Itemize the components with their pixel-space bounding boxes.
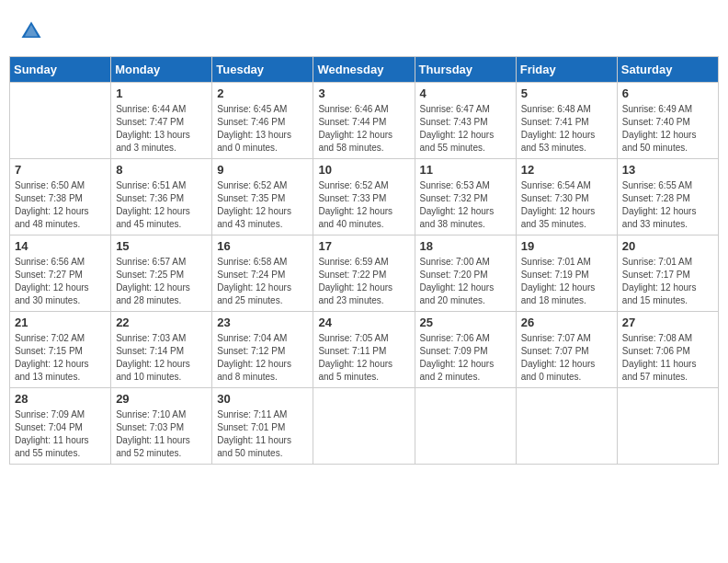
- calendar-cell: 13Sunrise: 6:55 AM Sunset: 7:28 PM Dayli…: [617, 159, 718, 236]
- calendar-cell: 3Sunrise: 6:46 AM Sunset: 7:44 PM Daylig…: [313, 83, 415, 159]
- day-number: 16: [217, 239, 308, 253]
- day-of-week-header: Sunday: [10, 57, 111, 83]
- calendar-cell: 1Sunrise: 6:44 AM Sunset: 7:47 PM Daylig…: [111, 83, 212, 159]
- day-info: Sunrise: 7:00 AM Sunset: 7:20 PM Dayligh…: [420, 256, 511, 307]
- day-of-week-header: Saturday: [617, 57, 718, 83]
- calendar-week-row: 7Sunrise: 6:50 AM Sunset: 7:38 PM Daylig…: [10, 159, 719, 236]
- day-info: Sunrise: 6:52 AM Sunset: 7:33 PM Dayligh…: [318, 179, 409, 231]
- calendar-cell: 30Sunrise: 7:11 AM Sunset: 7:01 PM Dayli…: [212, 388, 313, 465]
- calendar-cell: 28Sunrise: 7:09 AM Sunset: 7:04 PM Dayli…: [10, 388, 111, 465]
- calendar-cell: 26Sunrise: 7:07 AM Sunset: 7:07 PM Dayli…: [516, 312, 617, 388]
- calendar-cell: 16Sunrise: 6:58 AM Sunset: 7:24 PM Dayli…: [212, 236, 313, 312]
- day-info: Sunrise: 6:57 AM Sunset: 7:25 PM Dayligh…: [116, 256, 207, 307]
- day-of-week-header: Thursday: [415, 57, 516, 83]
- day-number: 10: [318, 163, 409, 177]
- day-of-week-header: Monday: [111, 57, 212, 83]
- calendar-cell: 9Sunrise: 6:52 AM Sunset: 7:35 PM Daylig…: [212, 159, 313, 236]
- calendar-cell: 10Sunrise: 6:52 AM Sunset: 7:33 PM Dayli…: [313, 159, 415, 236]
- day-info: Sunrise: 6:52 AM Sunset: 7:35 PM Dayligh…: [217, 179, 308, 231]
- calendar-cell: 8Sunrise: 6:51 AM Sunset: 7:36 PM Daylig…: [111, 159, 212, 236]
- day-info: Sunrise: 7:03 AM Sunset: 7:14 PM Dayligh…: [116, 332, 207, 384]
- day-info: Sunrise: 7:01 AM Sunset: 7:17 PM Dayligh…: [622, 256, 713, 307]
- day-info: Sunrise: 6:58 AM Sunset: 7:24 PM Dayligh…: [217, 256, 308, 307]
- logo-icon: [18, 18, 44, 44]
- calendar-cell: 6Sunrise: 6:49 AM Sunset: 7:40 PM Daylig…: [617, 83, 718, 159]
- day-info: Sunrise: 6:50 AM Sunset: 7:38 PM Dayligh…: [15, 179, 106, 231]
- day-info: Sunrise: 6:49 AM Sunset: 7:40 PM Dayligh…: [622, 103, 713, 155]
- calendar-table: SundayMondayTuesdayWednesdayThursdayFrid…: [9, 56, 719, 465]
- day-number: 25: [420, 316, 511, 329]
- day-of-week-header: Friday: [516, 57, 617, 83]
- day-number: 28: [15, 392, 106, 406]
- day-number: 24: [318, 316, 409, 329]
- day-number: 17: [318, 239, 409, 253]
- day-number: 14: [15, 239, 106, 253]
- calendar-header-row: SundayMondayTuesdayWednesdayThursdayFrid…: [10, 57, 719, 83]
- day-info: Sunrise: 7:08 AM Sunset: 7:06 PM Dayligh…: [622, 332, 713, 384]
- day-number: 20: [622, 239, 713, 253]
- day-of-week-header: Tuesday: [212, 57, 313, 83]
- calendar-cell: 15Sunrise: 6:57 AM Sunset: 7:25 PM Dayli…: [111, 236, 212, 312]
- calendar-cell: 7Sunrise: 6:50 AM Sunset: 7:38 PM Daylig…: [10, 159, 111, 236]
- day-info: Sunrise: 6:54 AM Sunset: 7:30 PM Dayligh…: [521, 179, 612, 231]
- day-info: Sunrise: 6:56 AM Sunset: 7:27 PM Dayligh…: [15, 256, 106, 307]
- day-number: 5: [521, 86, 612, 100]
- day-number: 2: [217, 86, 308, 100]
- day-info: Sunrise: 6:44 AM Sunset: 7:47 PM Dayligh…: [116, 103, 207, 155]
- day-info: Sunrise: 7:06 AM Sunset: 7:09 PM Dayligh…: [420, 332, 511, 384]
- day-number: 6: [622, 86, 713, 100]
- day-info: Sunrise: 7:09 AM Sunset: 7:04 PM Dayligh…: [15, 408, 106, 460]
- day-info: Sunrise: 7:01 AM Sunset: 7:19 PM Dayligh…: [521, 256, 612, 307]
- calendar-cell: 4Sunrise: 6:47 AM Sunset: 7:43 PM Daylig…: [415, 83, 516, 159]
- day-info: Sunrise: 6:59 AM Sunset: 7:22 PM Dayligh…: [318, 256, 409, 307]
- day-of-week-header: Wednesday: [313, 57, 415, 83]
- day-number: 9: [217, 163, 308, 177]
- calendar-cell: [415, 388, 516, 465]
- day-info: Sunrise: 6:48 AM Sunset: 7:41 PM Dayligh…: [521, 103, 612, 155]
- calendar-cell: 17Sunrise: 6:59 AM Sunset: 7:22 PM Dayli…: [313, 236, 415, 312]
- day-number: 19: [521, 239, 612, 253]
- day-info: Sunrise: 6:45 AM Sunset: 7:46 PM Dayligh…: [217, 103, 308, 155]
- day-number: 1: [116, 86, 207, 100]
- day-info: Sunrise: 7:02 AM Sunset: 7:15 PM Dayligh…: [15, 332, 106, 384]
- day-number: 11: [420, 163, 511, 177]
- calendar-cell: 22Sunrise: 7:03 AM Sunset: 7:14 PM Dayli…: [111, 312, 212, 388]
- day-number: 13: [622, 163, 713, 177]
- day-number: 29: [116, 392, 207, 406]
- calendar-cell: 29Sunrise: 7:10 AM Sunset: 7:03 PM Dayli…: [111, 388, 212, 465]
- calendar-cell: 18Sunrise: 7:00 AM Sunset: 7:20 PM Dayli…: [415, 236, 516, 312]
- calendar-week-row: 28Sunrise: 7:09 AM Sunset: 7:04 PM Dayli…: [10, 388, 719, 465]
- page-header: [9, 9, 719, 49]
- day-number: 23: [217, 316, 308, 329]
- calendar-cell: 27Sunrise: 7:08 AM Sunset: 7:06 PM Dayli…: [617, 312, 718, 388]
- calendar-cell: 25Sunrise: 7:06 AM Sunset: 7:09 PM Dayli…: [415, 312, 516, 388]
- day-info: Sunrise: 7:10 AM Sunset: 7:03 PM Dayligh…: [116, 408, 207, 460]
- calendar-cell: 14Sunrise: 6:56 AM Sunset: 7:27 PM Dayli…: [10, 236, 111, 312]
- day-number: 27: [622, 316, 713, 329]
- day-number: 21: [15, 316, 106, 329]
- day-number: 30: [217, 392, 308, 406]
- day-info: Sunrise: 6:55 AM Sunset: 7:28 PM Dayligh…: [622, 179, 713, 231]
- day-number: 22: [116, 316, 207, 329]
- calendar-cell: [516, 388, 617, 465]
- day-info: Sunrise: 7:07 AM Sunset: 7:07 PM Dayligh…: [521, 332, 612, 384]
- calendar-cell: 19Sunrise: 7:01 AM Sunset: 7:19 PM Dayli…: [516, 236, 617, 312]
- calendar-cell: 12Sunrise: 6:54 AM Sunset: 7:30 PM Dayli…: [516, 159, 617, 236]
- calendar-cell: 11Sunrise: 6:53 AM Sunset: 7:32 PM Dayli…: [415, 159, 516, 236]
- day-number: 7: [15, 163, 106, 177]
- calendar-week-row: 21Sunrise: 7:02 AM Sunset: 7:15 PM Dayli…: [10, 312, 719, 388]
- calendar-cell: [313, 388, 415, 465]
- day-info: Sunrise: 7:11 AM Sunset: 7:01 PM Dayligh…: [217, 408, 308, 460]
- day-info: Sunrise: 7:04 AM Sunset: 7:12 PM Dayligh…: [217, 332, 308, 384]
- day-number: 8: [116, 163, 207, 177]
- calendar-cell: 24Sunrise: 7:05 AM Sunset: 7:11 PM Dayli…: [313, 312, 415, 388]
- calendar-cell: 20Sunrise: 7:01 AM Sunset: 7:17 PM Dayli…: [617, 236, 718, 312]
- day-info: Sunrise: 7:05 AM Sunset: 7:11 PM Dayligh…: [318, 332, 409, 384]
- day-number: 12: [521, 163, 612, 177]
- day-info: Sunrise: 6:53 AM Sunset: 7:32 PM Dayligh…: [420, 179, 511, 231]
- calendar-cell: [10, 83, 111, 159]
- day-info: Sunrise: 6:51 AM Sunset: 7:36 PM Dayligh…: [116, 179, 207, 231]
- day-info: Sunrise: 6:47 AM Sunset: 7:43 PM Dayligh…: [420, 103, 511, 155]
- calendar-cell: 5Sunrise: 6:48 AM Sunset: 7:41 PM Daylig…: [516, 83, 617, 159]
- logo: [18, 18, 48, 44]
